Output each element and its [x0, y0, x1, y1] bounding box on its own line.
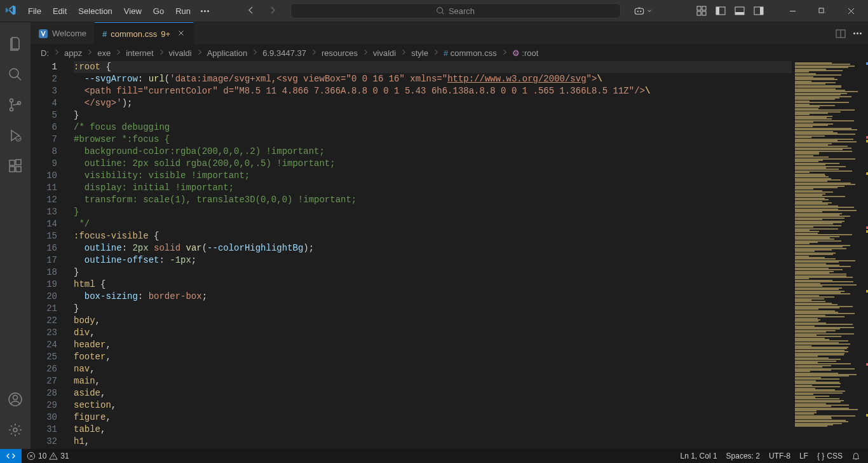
code-line[interactable]: background-color:rgba(200,0,0,.2) !impor… — [74, 146, 792, 158]
code-line[interactable]: figure, — [74, 411, 792, 424]
accounts-icon[interactable] — [0, 384, 31, 415]
minimize-button[interactable] — [778, 0, 807, 22]
code-line[interactable]: h1, — [74, 436, 792, 448]
panel-left-icon[interactable] — [715, 6, 726, 16]
code-line[interactable]: box-sizing: border-box; — [74, 291, 792, 303]
code-content[interactable]: :root { --svgArrow: url('data:image/svg+… — [69, 61, 792, 449]
breadcrumb-segment[interactable]: style — [411, 48, 428, 58]
editor[interactable]: 1234567891011121314151617181920212223242… — [31, 61, 868, 449]
tab-actions-more-icon[interactable] — [853, 32, 862, 34]
code-line[interactable]: */ — [74, 218, 792, 230]
minimap[interactable] — [792, 61, 868, 449]
svg-rect-5 — [702, 6, 706, 10]
eol-status[interactable]: LF — [799, 452, 808, 460]
indentation-status[interactable]: Spaces: 2 — [726, 452, 760, 460]
breadcrumb-segment[interactable]: 6.9.3447.37 — [262, 48, 306, 58]
encoding-status[interactable]: UTF-8 — [769, 452, 790, 460]
code-line[interactable]: #browser *:focus { — [74, 134, 792, 146]
close-button[interactable] — [836, 0, 865, 22]
breadcrumb-segment[interactable]: exe — [97, 48, 111, 58]
panel-bottom-icon[interactable] — [735, 6, 745, 16]
split-editor-icon[interactable] — [836, 29, 846, 39]
explorer-icon[interactable] — [0, 29, 31, 59]
code-line[interactable]: section, — [74, 399, 792, 411]
copilot-icon[interactable] — [634, 5, 653, 17]
run-debug-icon[interactable] — [0, 120, 31, 151]
notifications-icon[interactable] — [851, 452, 860, 460]
menu-view[interactable]: View — [119, 4, 147, 18]
panel-right-icon[interactable] — [754, 6, 764, 16]
line-number: 32 — [31, 436, 57, 448]
svg-rect-13 — [760, 7, 763, 15]
code-line[interactable]: header, — [74, 339, 792, 351]
code-line[interactable]: outline: 2px solid var(--colorHighlightB… — [74, 242, 792, 254]
code-line[interactable]: :root { — [74, 61, 792, 73]
breadcrumb-segment[interactable]: # common.css — [444, 48, 497, 58]
code-line[interactable]: display: initial !important; — [74, 182, 792, 194]
tab-welcome[interactable]: Welcome — [31, 22, 95, 45]
svg-rect-6 — [697, 11, 701, 15]
remote-indicator[interactable] — [0, 449, 22, 463]
code-line[interactable]: </svg>'); — [74, 97, 792, 109]
code-line[interactable]: footer, — [74, 351, 792, 363]
code-line[interactable]: div, — [74, 327, 792, 339]
code-line[interactable]: main, — [74, 375, 792, 387]
menu-overflow-icon[interactable] — [196, 8, 214, 15]
svg-point-19 — [16, 136, 21, 141]
code-line[interactable]: outline-offset: -1px; — [74, 254, 792, 266]
code-line[interactable]: nav, — [74, 363, 792, 375]
breadcrumb-segment[interactable]: D: — [41, 48, 49, 58]
code-line[interactable]: transform: scale(1), translate3D(0,0,0) … — [74, 194, 792, 206]
tab-close-icon[interactable] — [177, 29, 186, 39]
nav-forward-icon[interactable] — [268, 5, 278, 17]
code-line[interactable]: /* focus debugging — [74, 121, 792, 134]
code-line[interactable]: :focus-visible { — [74, 230, 792, 242]
problems-status[interactable]: 10 31 — [27, 452, 69, 460]
code-line[interactable]: body, — [74, 315, 792, 327]
line-number: 17 — [31, 254, 57, 266]
breadcrumb-segment[interactable]: internet — [126, 48, 153, 58]
code-line[interactable]: aside, — [74, 387, 792, 399]
menu-run[interactable]: Run — [170, 4, 196, 18]
line-number: 6 — [31, 121, 57, 134]
breadcrumb-segment[interactable]: vivaldi — [373, 48, 396, 58]
search-activity-icon[interactable] — [0, 59, 31, 90]
svg-rect-23 — [16, 160, 21, 165]
code-line[interactable]: --svgArrow: url('data:image/svg+xml,<svg… — [74, 73, 792, 85]
code-line[interactable]: <path fill="currentColor" d="M8.5 11 4.8… — [74, 85, 792, 97]
breadcrumb-segment[interactable]: vivaldi — [169, 48, 192, 58]
search-placeholder: Search — [449, 6, 475, 16]
menu-go[interactable]: Go — [148, 4, 169, 18]
source-control-icon[interactable] — [0, 90, 31, 120]
code-line[interactable]: outline: 2px solid rgba(200,0,0,.5) !imp… — [74, 158, 792, 170]
nav-back-icon[interactable] — [246, 5, 256, 17]
code-line[interactable]: visibility: visible !important; — [74, 170, 792, 182]
code-line[interactable]: } — [74, 303, 792, 315]
breadcrumb-segment[interactable]: resources — [322, 48, 358, 58]
breadcrumb-segment[interactable]: appz — [64, 48, 82, 58]
svg-point-16 — [10, 99, 13, 102]
language-mode[interactable]: { } CSS — [817, 452, 843, 460]
extensions-icon[interactable] — [0, 151, 31, 181]
breadcrumbs[interactable]: D:appzexeinternetvivaldiApplication6.9.3… — [31, 45, 868, 61]
titlebar: FileEditSelectionViewGoRun Search — [0, 0, 868, 22]
code-line[interactable]: } — [74, 109, 792, 121]
menu-file[interactable]: File — [23, 4, 46, 18]
tab-badge: 9+ — [161, 29, 170, 39]
menu-selection[interactable]: Selection — [73, 4, 117, 18]
code-line[interactable]: html { — [74, 279, 792, 291]
breadcrumb-segment[interactable]: ⚙ :root — [512, 48, 539, 58]
code-line[interactable]: table, — [74, 424, 792, 436]
svg-rect-20 — [10, 160, 15, 165]
code-line[interactable]: } — [74, 206, 792, 218]
cursor-position[interactable]: Ln 1, Col 1 — [681, 452, 717, 460]
settings-gear-icon[interactable] — [0, 415, 31, 445]
line-number: 23 — [31, 327, 57, 339]
menu-edit[interactable]: Edit — [48, 4, 72, 18]
maximize-button[interactable] — [807, 0, 836, 22]
code-line[interactable]: } — [74, 266, 792, 279]
layout-customize-icon[interactable] — [696, 6, 707, 16]
tab-common-css[interactable]: #common.css9+ — [95, 22, 194, 45]
breadcrumb-segment[interactable]: Application — [207, 48, 248, 58]
command-center[interactable]: Search — [290, 3, 621, 18]
